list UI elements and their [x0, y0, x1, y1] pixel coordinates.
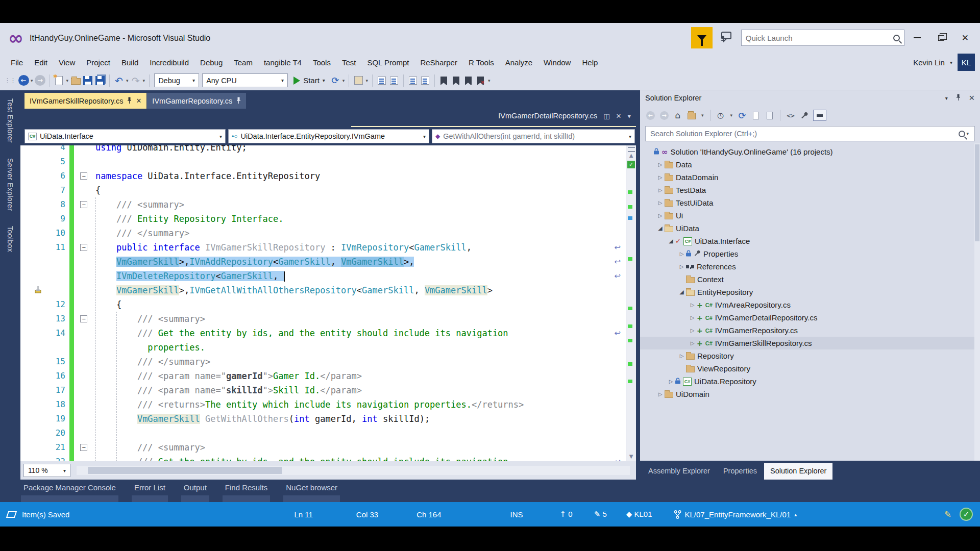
view-code-icon[interactable]: <>	[786, 110, 796, 120]
horizontal-scrollbar[interactable]	[77, 466, 630, 475]
code-row[interactable]: 17 /// <param name="skillId">Skill Id.</…	[20, 383, 626, 397]
tree-item-testdata[interactable]: ▷TestData	[640, 184, 980, 196]
dock-tab-error-list[interactable]: Error List	[134, 480, 165, 502]
undo-caret-icon[interactable]: ▾	[126, 78, 129, 83]
title-bar[interactable]: ∞ ItHandyGuy.OnlineGame - Microsoft Visu…	[0, 23, 980, 54]
code-row[interactable]: 6−namespace UiData.Interface.EntityRepos…	[20, 169, 626, 183]
refresh-icon[interactable]: ⟳	[329, 74, 341, 87]
properties-wrench-icon[interactable]	[799, 110, 810, 120]
open-file-icon[interactable]	[69, 74, 82, 87]
tree-item-uidata-repository[interactable]: ▷C#UiData.Repository	[640, 375, 980, 388]
code-row[interactable]: 7{	[20, 183, 626, 197]
current-branch[interactable]: KL/07_EntityFramework_KL/01 ▴	[674, 510, 797, 519]
sync-with-active-document-icon[interactable]	[751, 110, 761, 120]
zoom-select[interactable]: 110 %▾	[23, 464, 70, 477]
tree-item-ivmgamerdetailrepository-cs[interactable]: ▷+C#IVmGamerDetailRepository.cs	[640, 311, 980, 324]
tab-ivmgamerskillrepository[interactable]: IVmGamerSkillRepository.cs ✕	[24, 93, 146, 109]
dock-tab-nuget-browser[interactable]: NuGet browser	[286, 480, 337, 502]
panel-tab-properties[interactable]: Properties	[717, 463, 763, 480]
close-icon[interactable]: ✕	[969, 94, 975, 102]
scrollbar-track[interactable]: ▼	[626, 170, 636, 461]
dock-tab-find-results[interactable]: Find Results	[225, 480, 267, 502]
menu-item-test[interactable]: Test	[336, 56, 362, 69]
tree-item-solution-ithandyguy-onlinegame-16-projec[interactable]: ∞Solution 'ItHandyGuy.OnlineGame' (16 pr…	[640, 145, 980, 158]
code-row[interactable]: 5	[20, 155, 626, 169]
show-all-files-icon[interactable]	[765, 110, 775, 120]
expand-arrow-icon[interactable]: ▷	[656, 162, 665, 167]
find-in-files-icon[interactable]	[352, 74, 364, 87]
search-icon[interactable]	[959, 131, 965, 137]
platform-select[interactable]: Any CPU▾	[202, 73, 288, 87]
home-icon[interactable]: ⌂	[673, 110, 683, 120]
tree-item-viewrepository[interactable]: ViewRepository	[640, 362, 980, 375]
refresh-caret-icon[interactable]: ▾	[342, 78, 345, 83]
code-row[interactable]: 14 /// Get the entity by ids, and the en…	[20, 326, 626, 340]
menu-item-sql-prompt[interactable]: SQL Prompt	[361, 56, 414, 69]
refresh-icon[interactable]: ⟳	[737, 110, 747, 120]
tree-item-uidata-interface[interactable]: ◢✓C#UiData.Interface	[640, 235, 980, 247]
tree-item-testuidata[interactable]: ▷TestUiData	[640, 196, 980, 209]
back-icon[interactable]: ←	[645, 110, 655, 120]
sidebar-tab-server-explorer[interactable]: Server Explorer	[6, 158, 14, 211]
menu-item-view[interactable]: View	[53, 56, 81, 69]
collapse-arrow-icon[interactable]: ◢	[677, 289, 686, 295]
close-icon[interactable]: ✕	[616, 112, 622, 120]
code-cleanup-icon[interactable]	[34, 285, 43, 294]
menu-item-tangible-t4[interactable]: tangible T4	[258, 56, 307, 69]
collapse-arrow-icon[interactable]: ◢	[667, 238, 675, 244]
window-position-caret-icon[interactable]: ▾	[945, 95, 948, 101]
dock-tab-package-manager-console[interactable]: Package Manager Console	[23, 480, 116, 502]
start-debugging-button[interactable]: Start▾	[289, 76, 329, 85]
menu-item-file[interactable]: File	[5, 56, 29, 69]
code-row[interactable]: 12 {	[20, 297, 626, 312]
toolbar-overflow-icon[interactable]: ▾	[488, 78, 491, 83]
tab-ivmgamerrepository[interactable]: IVmGamerRepository.cs	[147, 93, 246, 109]
search-caret-icon[interactable]: ▾	[966, 131, 969, 136]
avatar[interactable]: KL	[958, 54, 975, 71]
vertical-scrollbar[interactable]: ▲ ✓ ▼	[626, 145, 636, 461]
uncommitted-edits[interactable]: ✎ 5	[594, 510, 607, 519]
tree-item-data[interactable]: ▷Data	[640, 158, 980, 171]
fold-toggle-icon[interactable]: −	[80, 172, 87, 180]
pin-icon[interactable]	[127, 97, 132, 105]
minimize-button[interactable]	[914, 37, 921, 38]
navigate-backward-caret-icon[interactable]: ▾	[31, 78, 33, 83]
project-dropdown[interactable]: C# UiData.Interface ▾	[24, 129, 226, 143]
unindent-icon[interactable]	[376, 74, 388, 87]
menu-item-edit[interactable]: Edit	[29, 56, 53, 69]
navigate-backward-icon[interactable]: ←	[17, 74, 30, 87]
code-row[interactable]: VmGamerSkill>,IVmAddRepository<GamerSkil…	[20, 255, 626, 269]
code-row[interactable]: 22 /// Get the entity by ids, and the en…	[20, 455, 626, 461]
save-icon[interactable]	[82, 74, 94, 87]
menu-item-tools[interactable]: Tools	[307, 56, 336, 69]
cursor-line[interactable]: Ln 11	[294, 510, 312, 519]
dock-tab-output[interactable]: Output	[184, 480, 207, 502]
preview-selected-items-toggle[interactable]	[813, 110, 826, 121]
collapse-arrow-icon[interactable]: ◢	[656, 225, 665, 232]
tree-item-ivmgamerskillrepository-cs[interactable]: ▷+C#IVmGamerSkillRepository.cs	[640, 337, 980, 349]
type-dropdown[interactable]: •○ UiData.Interface.EntityRepository.IVm…	[228, 129, 429, 143]
code-row[interactable]: VmGamerSkill>,IVmGetAllWithAllOthersRepo…	[20, 283, 626, 297]
fold-toggle-icon[interactable]: −	[80, 444, 87, 451]
expand-arrow-icon[interactable]: ▷	[667, 379, 675, 384]
quick-launch-input[interactable]	[746, 34, 893, 42]
expand-arrow-icon[interactable]: ▷	[677, 251, 686, 257]
repository-name[interactable]: ◆ KL01	[626, 510, 652, 519]
menu-item-resharper[interactable]: ReSharper	[414, 56, 463, 69]
feedback-icon[interactable]	[720, 31, 732, 44]
expand-arrow-icon[interactable]: ▷	[688, 340, 697, 346]
quick-launch-box[interactable]	[741, 30, 904, 46]
sidebar-tab-toolbox[interactable]: Toolbox	[6, 226, 14, 252]
user-name[interactable]: Kevin Lin	[913, 58, 945, 67]
previous-bookmark-icon[interactable]	[450, 74, 462, 87]
code-row[interactable]: 20	[20, 426, 626, 440]
expand-arrow-icon[interactable]: ▷	[656, 200, 665, 206]
float-window-icon[interactable]: ◫	[603, 112, 609, 120]
tab-ivmgamerdetailrepository[interactable]: IVmGamerDetailRepository.cs ◫ ✕ ▾	[498, 112, 631, 120]
tree-item-context[interactable]: Context	[640, 273, 980, 286]
splitter-grip-icon[interactable]	[628, 147, 635, 152]
solution-explorer-search[interactable]: Search Solution Explorer (Ctrl+;) ▾	[645, 126, 975, 141]
close-icon[interactable]: ✕	[136, 97, 141, 105]
tree-item-ivmarearepository-cs[interactable]: ▷+C#IVmAreaRepository.cs	[640, 298, 980, 311]
expand-arrow-icon[interactable]: ▷	[688, 315, 697, 320]
